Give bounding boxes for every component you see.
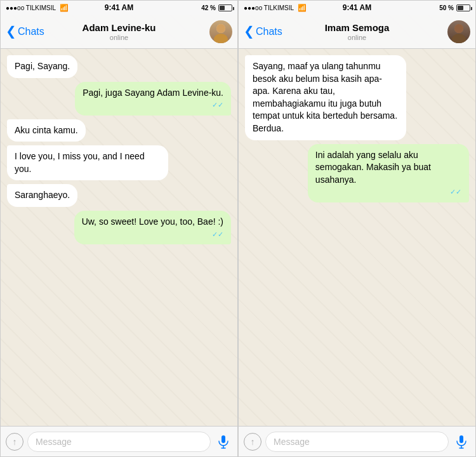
message-input-2[interactable]: Message — [265, 432, 449, 452]
carrier-1: ●●●oo TILKIMSIL 📶 — [6, 4, 69, 12]
avatar-2[interactable] — [447, 20, 470, 43]
bubble-6: Uw, so sweet! Love you, too, Bae! :) ✓✓ — [74, 211, 231, 244]
chat-title-2: Imam Semoga — [325, 22, 390, 34]
message-row-5: Saranghaeyo. — [7, 184, 231, 207]
status-bar-1: ●●●oo TILKIMSIL 📶 9:41 AM 42 % — [1, 1, 237, 15]
bubble-3: Aku cinta kamu. — [7, 119, 86, 142]
mic-button-1[interactable] — [215, 433, 232, 451]
bubble-text-3: Aku cinta kamu. — [15, 125, 78, 135]
chat-title-1: Adam Levine-ku — [83, 22, 156, 34]
back-label-2: Chats — [256, 26, 282, 37]
svg-point-1 — [214, 34, 228, 43]
phone-1: ●●●oo TILKIMSIL 📶 9:41 AM 42 % ❮ Chats A… — [0, 0, 238, 457]
bubble-p2-2: Ini adalah yang selalu aku semogakan. Ma… — [308, 144, 469, 202]
message-row-1: Pagi, Sayang. — [7, 55, 231, 78]
chat-status-1: online — [83, 34, 156, 41]
svg-point-7 — [452, 34, 466, 43]
message-placeholder-2: Message — [274, 437, 310, 447]
message-row-6: Uw, so sweet! Love you, too, Bae! :) ✓✓ — [7, 211, 231, 244]
tick-2: ✓✓ — [83, 100, 223, 110]
time-2: 9:41 AM — [343, 3, 372, 12]
bubble-4: I love you, I miss you, and I need you. — [7, 145, 168, 180]
status-bar-2: ●●●oo TILKIMSIL 📶 9:41 AM 50 % — [239, 1, 475, 15]
message-row-2: Pagi, juga Sayang Adam Levine-ku. ✓✓ — [7, 82, 231, 116]
back-label-1: Chats — [18, 26, 44, 37]
upload-button-2[interactable]: ↑ — [244, 433, 261, 451]
message-row-p2-1: Sayang, maaf ya ulang tahunmu besok aku … — [245, 55, 469, 140]
bubble-1: Pagi, Sayang. — [7, 55, 77, 78]
svg-rect-3 — [221, 435, 225, 443]
bubble-text-2: Pagi, juga Sayang Adam Levine-ku. — [83, 88, 223, 98]
input-bar-1: ↑ Message — [1, 426, 237, 456]
message-input-1[interactable]: Message — [27, 432, 211, 452]
chat-status-2: online — [325, 34, 390, 41]
messages-area-2: Sayang, maaf ya ulang tahunmu besok aku … — [239, 49, 475, 426]
message-row-4: I love you, I miss you, and I need you. — [7, 145, 231, 180]
message-row-p2-2: Ini adalah yang selalu aku semogakan. Ma… — [245, 144, 469, 202]
bubble-p2-1: Sayang, maaf ya ulang tahunmu besok aku … — [245, 55, 406, 140]
nav-bar-1: ❮ Chats Adam Levine-ku online — [1, 15, 237, 49]
chevron-icon-2: ❮ — [244, 25, 255, 37]
svg-point-8 — [454, 24, 463, 33]
message-placeholder-1: Message — [36, 437, 72, 447]
input-bar-2: ↑ Message — [239, 426, 475, 456]
battery-2: 50 % — [439, 4, 470, 11]
time-1: 9:41 AM — [105, 3, 134, 12]
mic-button-2[interactable] — [453, 433, 470, 451]
back-button-1[interactable]: ❮ Chats — [6, 25, 44, 37]
message-row-3: Aku cinta kamu. — [7, 119, 231, 142]
bubble-text-5: Saranghaeyo. — [15, 190, 70, 200]
nav-bar-2: ❮ Chats Imam Semoga online — [239, 15, 475, 49]
bubble-text-p2-2: Ini adalah yang selalu aku semogakan. Ma… — [315, 150, 431, 185]
messages-area-1: Pagi, Sayang. Pagi, juga Sayang Adam Lev… — [1, 49, 237, 426]
tick-6: ✓✓ — [82, 230, 223, 239]
phone-2: ●●●oo TILKIMSIL 📶 9:41 AM 50 % ❮ Chats I… — [238, 0, 476, 457]
tick-p2-2: ✓✓ — [315, 187, 461, 197]
bubble-2: Pagi, juga Sayang Adam Levine-ku. ✓✓ — [75, 82, 231, 116]
upload-button-1[interactable]: ↑ — [6, 433, 23, 451]
battery-icon-1 — [218, 4, 232, 11]
bubble-text-4: I love you, I miss you, and I need you. — [15, 151, 145, 174]
bubble-text-6: Uw, so sweet! Love you, too, Bae! :) — [82, 216, 223, 227]
battery-1: 42 % — [201, 4, 232, 11]
back-button-2[interactable]: ❮ Chats — [244, 25, 282, 37]
carrier-2: ●●●oo TILKIMSIL 📶 — [244, 4, 307, 12]
battery-icon-2 — [456, 4, 470, 11]
svg-point-2 — [216, 24, 225, 33]
avatar-1[interactable] — [209, 20, 232, 43]
nav-title-block-2: Imam Semoga online — [325, 22, 390, 41]
bubble-5: Saranghaeyo. — [7, 184, 77, 207]
bubble-text-p2-1: Sayang, maaf ya ulang tahunmu besok aku … — [253, 61, 397, 133]
bubble-text-1: Pagi, Sayang. — [15, 61, 70, 71]
chevron-icon-1: ❮ — [6, 25, 17, 37]
nav-title-block-1: Adam Levine-ku online — [83, 22, 156, 41]
svg-rect-9 — [459, 435, 463, 443]
